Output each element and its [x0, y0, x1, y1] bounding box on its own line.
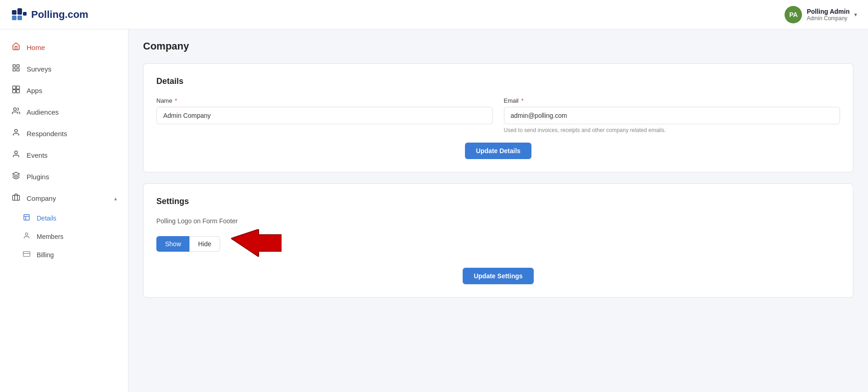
svg-point-15 — [15, 151, 17, 154]
form-row-name-email: Name * Email * Used to send invoices, re… — [156, 97, 840, 133]
svg-rect-22 — [23, 252, 30, 257]
update-details-button[interactable]: Update Details — [465, 143, 531, 159]
logo[interactable]: Polling.com — [11, 6, 88, 23]
email-required: * — [520, 97, 524, 104]
logo-footer-label: Polling Logo on Form Footer — [156, 217, 840, 225]
toggle-with-arrow: Show Hide — [156, 229, 840, 259]
svg-rect-12 — [17, 90, 20, 93]
details-icon — [22, 214, 31, 223]
svg-rect-10 — [17, 86, 20, 89]
name-input[interactable] — [156, 107, 493, 124]
svg-rect-3 — [17, 16, 22, 20]
avatar: PA — [785, 6, 802, 23]
billing-icon — [22, 250, 31, 259]
main-content: Company Details Name * Email * Used to s… — [128, 29, 868, 392]
email-hint: Used to send invoices, receipts and othe… — [504, 127, 840, 133]
svg-rect-9 — [13, 86, 16, 89]
sidebar-item-apps[interactable]: Apps — [0, 80, 128, 101]
chevron-down-icon: ▾ — [854, 11, 857, 18]
name-required: * — [173, 97, 177, 104]
sidebar-item-members[interactable]: Members — [0, 227, 128, 246]
toggle-group: Show Hide — [156, 236, 220, 252]
sidebar-label-home: Home — [27, 44, 45, 51]
svg-rect-7 — [13, 69, 15, 71]
sidebar-label-company: Company — [27, 194, 56, 202]
svg-rect-17 — [13, 195, 20, 200]
svg-rect-5 — [13, 65, 15, 67]
svg-rect-8 — [17, 69, 19, 71]
plugins-icon — [11, 171, 21, 182]
sidebar-label-apps: Apps — [27, 87, 42, 94]
settings-card: Settings Polling Logo on Form Footer Sho… — [143, 183, 853, 298]
logo-icon — [11, 6, 28, 23]
svg-point-13 — [14, 108, 17, 110]
details-form-actions: Update Details — [156, 143, 840, 159]
sidebar-label-members: Members — [37, 233, 63, 240]
layout: Home Surveys Apps Audiences Respondents — [0, 29, 868, 392]
svg-rect-18 — [24, 215, 29, 220]
form-group-name: Name * — [156, 97, 493, 133]
logo-footer-section: Polling Logo on Form Footer Show Hide — [156, 217, 840, 259]
sidebar-label-respondents: Respondents — [27, 130, 67, 138]
sidebar-item-audiences[interactable]: Audiences — [0, 101, 128, 123]
form-group-email: Email * Used to send invoices, receipts … — [504, 97, 840, 133]
sidebar-item-billing[interactable]: Billing — [0, 246, 128, 264]
sidebar-item-plugins[interactable]: Plugins — [0, 166, 128, 188]
company-subnav: Details Members Billing — [0, 209, 128, 264]
company-icon — [11, 193, 21, 204]
sidebar-item-company[interactable]: Company ▴ — [0, 188, 128, 209]
user-company: Admin Company — [807, 15, 847, 22]
sidebar-item-surveys[interactable]: Surveys — [0, 58, 128, 80]
svg-rect-11 — [13, 90, 16, 93]
svg-rect-6 — [17, 65, 19, 67]
details-card: Details Name * Email * Used to send invo… — [143, 63, 853, 172]
show-button[interactable]: Show — [156, 236, 189, 252]
email-label: Email * — [504, 97, 840, 104]
name-label: Name * — [156, 97, 493, 104]
svg-point-21 — [25, 233, 28, 235]
sidebar-item-home[interactable]: Home — [0, 37, 128, 58]
audiences-icon — [11, 107, 21, 117]
svg-rect-2 — [12, 16, 17, 20]
sidebar-label-billing: Billing — [37, 251, 54, 259]
logo-text: Polling.com — [31, 9, 88, 21]
events-icon — [11, 150, 21, 160]
sidebar-item-respondents[interactable]: Respondents — [0, 123, 128, 144]
sidebar-label-audiences: Audiences — [27, 108, 59, 116]
user-name: Polling Admin — [807, 8, 850, 15]
email-input[interactable] — [504, 107, 840, 124]
hide-button[interactable]: Hide — [189, 236, 220, 252]
apps-icon — [11, 85, 21, 96]
page-title: Company — [143, 40, 853, 52]
sidebar-label-surveys: Surveys — [27, 65, 51, 73]
sidebar-label-details: Details — [37, 215, 56, 222]
svg-rect-4 — [23, 12, 27, 16]
respondents-icon — [11, 128, 21, 139]
sidebar-label-events: Events — [27, 151, 48, 159]
details-card-title: Details — [156, 77, 840, 86]
sidebar-item-details[interactable]: Details — [0, 209, 128, 227]
settings-form-actions: Update Settings — [156, 268, 840, 284]
header: Polling.com PA Polling Admin Admin Compa… — [0, 0, 868, 29]
update-settings-button[interactable]: Update Settings — [463, 268, 534, 284]
members-icon — [22, 232, 31, 241]
user-info: Polling Admin Admin Company — [807, 8, 850, 22]
sidebar-label-plugins: Plugins — [27, 173, 49, 181]
svg-point-14 — [15, 129, 17, 132]
annotation-arrow — [231, 229, 282, 259]
svg-rect-1 — [17, 8, 22, 15]
expand-icon: ▴ — [114, 195, 117, 202]
svg-marker-24 — [231, 229, 282, 257]
sidebar: Home Surveys Apps Audiences Respondents — [0, 29, 128, 392]
user-menu[interactable]: PA Polling Admin Admin Company ▾ — [785, 6, 857, 23]
svg-rect-0 — [12, 10, 17, 15]
home-icon — [11, 42, 21, 53]
sidebar-item-events[interactable]: Events — [0, 144, 128, 166]
settings-card-title: Settings — [156, 197, 840, 206]
surveys-icon — [11, 64, 21, 74]
